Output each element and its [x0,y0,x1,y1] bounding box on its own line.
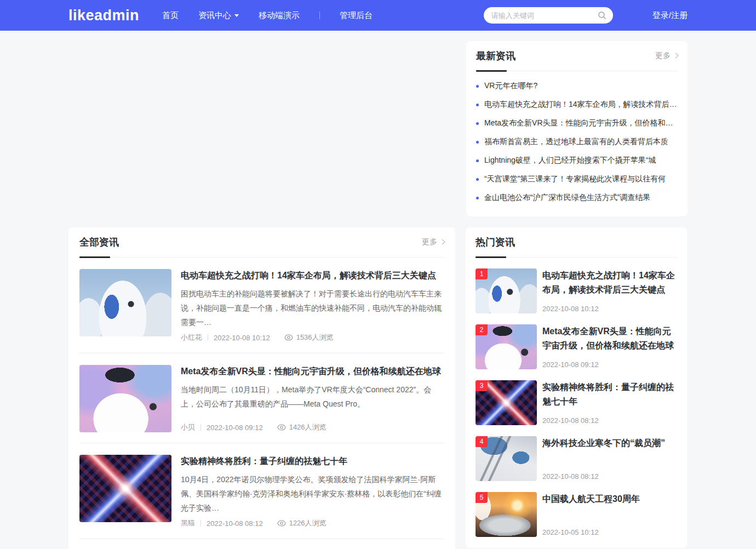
hot-news-title[interactable]: 中国载人航天工程30周年 [542,492,677,506]
article-excerpt: 困扰电动车主的补能问题将要被解决了！对于需要长途出行的电动汽车车主来说，补能问题… [181,287,444,329]
chevron-down-icon [234,14,239,19]
article-date: 2022-10-08 10:12 [214,334,270,342]
latest-more-link[interactable]: 更多 [655,51,678,61]
search-icon[interactable] [598,11,606,20]
latest-news-title: 金山电池公布“沪广深市民绿色生活方式”调查结果 [484,193,650,203]
title-underline [476,70,507,72]
nav-item-label: 管理后台 [340,10,373,21]
nav-item-news-center[interactable]: 资讯中心 [198,10,239,21]
nav-item-home[interactable]: 首页 [162,10,179,21]
latest-news-title: Lightning破壁，人们已经开始搜索下个撬开苹果“城 [484,156,656,165]
hot-news-item[interactable]: 4 海外科技企业寒冬下的“裁员潮” 2022-10-08 08:12 [476,436,677,481]
hot-news-item[interactable]: 1 电动车超快充之战打响！14家车企布局，解读技术背后三大关键点 2022-10… [476,268,677,313]
article-author: 黑猫 [181,518,195,528]
main-nav: 首页 资讯中心 移动端演示 管理后台 [162,10,373,21]
eye-icon [284,334,293,341]
hot-news-title[interactable]: 海外科技企业寒冬下的“裁员潮” [542,436,677,450]
chevron-right-icon [440,239,445,245]
latest-news-item[interactable]: “天宫课堂”第三课来了！专家揭秘此次课程与以往有何 [476,170,678,188]
hot-news-date: 2022-10-08 08:12 [542,472,677,481]
article-thumbnail[interactable] [79,269,171,336]
rank-badge: 5 [476,492,488,503]
hot-thumbnail-wrap[interactable]: 5 [476,492,537,537]
search-input[interactable] [490,11,598,20]
latest-news-list: VR元年在哪年? 电动车超快充之战打响！14家车企布局，解读技术背后三… Met… [476,77,678,207]
article-excerpt: 10月4日，2022年诺贝尔物理学奖公布。奖项颁发给了法国科学家阿兰·阿斯佩、美… [181,472,444,515]
bullet-icon [476,141,479,144]
all-news-panel: 全部资讯 更多 电动车超快充之战打响！14家车企布局，解读技术背后三大关键点 困… [68,227,455,549]
latest-news-item[interactable]: VR元年在哪年? [476,77,678,95]
article-card[interactable]: 电动车超快充之战打响！14家车企布局，解读技术背后三大关键点 困扰电动车主的补能… [79,258,444,353]
article-thumbnail[interactable] [79,365,171,432]
article-date: 2022-10-08 09:12 [207,424,263,432]
latest-news-item[interactable]: 电动车超快充之战打响！14家车企布局，解读技术背后三… [476,95,678,114]
latest-news-title: VR元年在哪年? [484,81,537,91]
eye-icon [277,424,286,431]
article-list: 电动车超快充之战打响！14家车企布局，解读技术背后三大关键点 困扰电动车主的补能… [79,258,444,549]
latest-news-title: 福布斯首富易主，透过地球上最富有的人类看背后本质 [484,137,668,147]
nav-divider [319,12,320,19]
hot-thumbnail-wrap[interactable]: 4 [476,436,537,481]
bullet-icon [476,104,479,106]
article-author: 小贝 [181,422,195,432]
rank-badge: 2 [476,324,488,335]
nav-item-mobile-demo[interactable]: 移动端演示 [259,10,300,21]
article-body: 电动车超快充之战打响！14家车企布局，解读技术背后三大关键点 困扰电动车主的补能… [181,269,444,342]
hot-news-date: 2022-10-08 08:12 [542,416,677,425]
article-card[interactable]: Meta发布全新VR头显：性能向元宇宙升级，但价格和续航还在地球 当地时间周二（… [79,353,444,443]
article-thumbnail[interactable] [79,455,171,522]
latest-news-header: 最新资讯 更多 [476,41,678,71]
article-views: 1426人浏览 [277,422,327,432]
latest-news-title: Meta发布全新VR头显：性能向元宇宙升级，但价格和续…还 [484,118,678,128]
article-title[interactable]: 电动车超快充之战打响！14家车企布局，解读技术背后三大关键点 [181,269,444,282]
article-card[interactable]: 海外科技企业寒冬下的“裁员潮” [79,539,444,549]
article-title[interactable]: Meta发布全新VR头显：性能向元宇宙升级，但价格和续航还在地球 [181,365,444,378]
meta-separator [201,520,201,527]
meta-separator [201,424,201,431]
article-title[interactable]: 实验精神终将胜利：量子纠缠的祛魅七十年 [181,455,444,467]
chevron-right-icon [673,53,679,59]
latest-news-item[interactable]: Lightning破壁，人们已经开始搜索下个撬开苹果“城 [476,151,678,170]
article-excerpt: 当地时间周二（10月11日），Meta举办了VR年度大会“Connect 202… [181,382,444,411]
views-count: 1426人浏览 [289,422,327,432]
hot-body: 海外科技企业寒冬下的“裁员潮” 2022-10-08 08:12 [542,436,677,481]
login-register-link[interactable]: 登录/注册 [652,10,688,21]
hot-news-item[interactable]: 3 实验精神终将胜利：量子纠缠的祛魅七十年 2022-10-08 08:12 [476,380,677,425]
hot-news-date: 2022-10-08 09:12 [542,360,677,369]
hot-body: Meta发布全新VR头显：性能向元宇宙升级，但价格和续航还在地球 2022-10… [542,324,677,369]
hot-body: 中国载人航天工程30周年 2022-10-05 10:12 [542,492,677,537]
views-count: 1536人浏览 [296,333,334,342]
latest-news-item[interactable]: 福布斯首富易主，透过地球上最富有的人类看背后本质 [476,133,678,151]
top-navbar: likeadmin 首页 资讯中心 移动端演示 管理后台 [0,0,756,31]
latest-news-title: “天宫课堂”第三课来了！专家揭秘此次课程与以往有何 [484,174,666,184]
article-meta: 小红花 2022-10-08 10:12 1536人浏览 [181,329,444,342]
hot-thumbnail-wrap[interactable]: 1 [476,268,537,313]
hot-news-item[interactable]: 2 Meta发布全新VR头显：性能向元宇宙升级，但价格和续航还在地球 2022-… [476,324,677,369]
latest-news-panel: 最新资讯 更多 VR元年在哪年? 电动 [466,41,688,216]
article-author: 小红花 [181,333,202,342]
all-news-more-link[interactable]: 更多 [422,237,444,247]
hot-news-title[interactable]: 实验精神终将胜利：量子纠缠的祛魅七十年 [542,380,677,409]
title-underline [79,256,110,258]
bullet-icon [476,159,479,162]
hot-thumbnail-wrap[interactable]: 2 [476,324,537,369]
article-card[interactable]: 实验精神终将胜利：量子纠缠的祛魅七十年 10月4日，2022年诺贝尔物理学奖公布… [79,443,444,539]
hot-body: 实验精神终将胜利：量子纠缠的祛魅七十年 2022-10-08 08:12 [542,380,677,425]
views-count: 1226人浏览 [289,518,327,528]
nav-item-label: 移动端演示 [259,10,300,21]
hot-news-title[interactable]: Meta发布全新VR头显：性能向元宇宙升级，但价格和续航还在地球 [542,324,677,353]
logo[interactable]: likeadmin [68,7,139,24]
rank-badge: 4 [476,436,488,447]
hot-body: 电动车超快充之战打响！14家车企布局，解读技术背后三大关键点 2022-10-0… [542,268,677,313]
hot-news-item[interactable]: 5 中国载人航天工程30周年 2022-10-05 10:12 [476,492,677,537]
hot-news-title[interactable]: 电动车超快充之战打响！14家车企布局，解读技术背后三大关键点 [542,268,677,297]
nav-item-admin[interactable]: 管理后台 [340,10,373,21]
hot-news-header: 热门资讯 [476,227,677,258]
nav-item-label: 资讯中心 [198,10,231,21]
latest-news-item[interactable]: Meta发布全新VR头显：性能向元宇宙升级，但价格和续…还 [476,114,678,133]
hot-thumbnail-wrap[interactable]: 3 [476,380,537,425]
latest-news-item[interactable]: 金山电池公布“沪广深市民绿色生活方式”调查结果 [476,188,678,207]
bullet-icon [476,197,479,199]
title-underline [476,256,506,258]
article-date: 2022-10-08 08:12 [207,519,263,528]
